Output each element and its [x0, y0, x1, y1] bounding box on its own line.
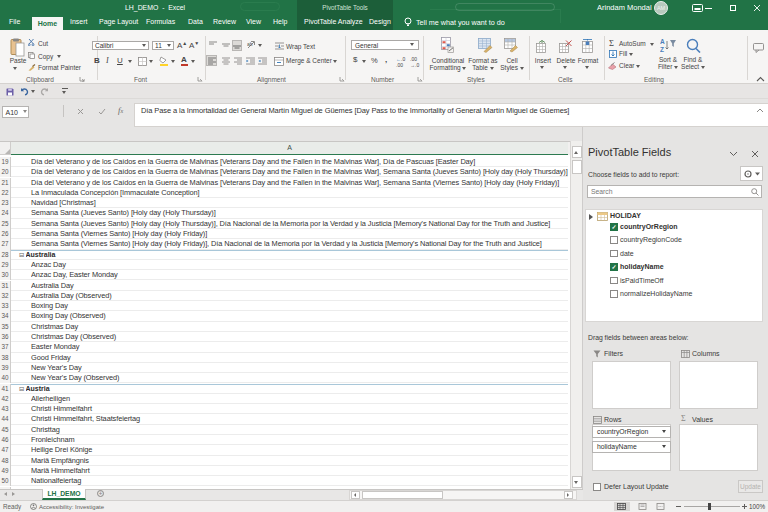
svg-text:ab: ab [247, 41, 253, 47]
svg-text:Z: Z [660, 46, 664, 53]
svg-text:A: A [660, 38, 665, 45]
